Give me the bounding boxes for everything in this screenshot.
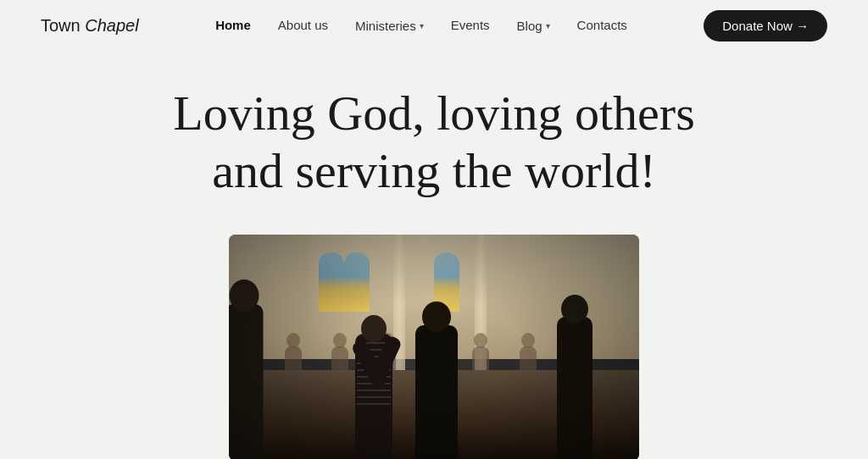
window-2 bbox=[344, 252, 370, 312]
hero-section: Loving God, loving others and serving th… bbox=[0, 51, 868, 226]
logo-text-normal: Town bbox=[41, 16, 81, 35]
main-nav: Town Chapel Home About us Ministeries ▾ … bbox=[0, 0, 868, 51]
hero-headline: Loving God, loving others and serving th… bbox=[137, 85, 731, 201]
foreground-person-far-left bbox=[229, 257, 267, 459]
chevron-down-icon: ▾ bbox=[546, 21, 550, 30]
foreground-person-right bbox=[552, 274, 598, 459]
foreground-person-guitarist bbox=[344, 308, 403, 459]
hero-image-container bbox=[0, 235, 868, 459]
foreground-person-center bbox=[409, 291, 465, 459]
donate-button[interactable]: Donate Now → bbox=[704, 10, 827, 41]
hero-image bbox=[229, 235, 639, 459]
nav-item-ministeries[interactable]: Ministeries ▾ bbox=[355, 19, 424, 33]
window-1 bbox=[319, 252, 344, 312]
chevron-down-icon: ▾ bbox=[420, 21, 424, 30]
nav-links: Home About us Ministeries ▾ Events Blog … bbox=[215, 18, 627, 33]
nav-item-events[interactable]: Events bbox=[451, 18, 490, 33]
nav-item-blog[interactable]: Blog ▾ bbox=[517, 19, 550, 33]
nav-item-contacts[interactable]: Contacts bbox=[577, 18, 627, 33]
logo-text-italic: Chapel bbox=[85, 16, 138, 35]
nav-item-about[interactable]: About us bbox=[278, 18, 328, 33]
logo[interactable]: Town Chapel bbox=[41, 16, 139, 36]
nav-item-home[interactable]: Home bbox=[215, 18, 251, 33]
